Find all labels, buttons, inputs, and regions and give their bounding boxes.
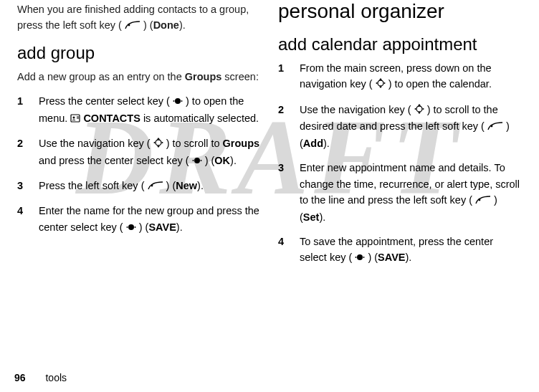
text: ). [197, 180, 204, 191]
right-steps: From the main screen, press down on the … [278, 60, 522, 267]
set-bold: Set [303, 211, 320, 223]
text: and press the center select key ( [39, 155, 189, 166]
svg-point-27 [422, 108, 424, 110]
svg-point-17 [128, 224, 134, 230]
new-bold: New [176, 180, 197, 191]
right-step-4: To save the appointment, press the cente… [278, 234, 522, 267]
svg-marker-11 [157, 138, 160, 140]
page-content: When you are finished adding contacts to… [0, 0, 539, 358]
svg-point-5 [73, 116, 75, 118]
intro-paragraph: When you are finished adding contacts to… [17, 1, 261, 34]
svg-marker-29 [418, 112, 421, 114]
svg-point-19 [134, 226, 135, 228]
text: Press the left soft key ( [39, 180, 144, 191]
text: ) ( [139, 221, 149, 233]
svg-point-25 [416, 106, 422, 112]
ok-bold: OK [214, 155, 230, 166]
center-select-icon [173, 94, 183, 110]
svg-point-13 [194, 158, 200, 163]
left-softkey-icon [125, 18, 140, 34]
right-step-1: From the main screen, press down on the … [278, 60, 522, 93]
svg-point-26 [414, 108, 416, 110]
text: ). [230, 155, 237, 166]
left-step-4: Enter the name for the new group and pre… [17, 203, 261, 236]
right-step-2: Use the navigation key ( ) to scroll to … [278, 102, 522, 151]
page-number: 96 [14, 372, 26, 383]
svg-point-2 [173, 100, 174, 102]
svg-marker-24 [379, 87, 382, 89]
left-steps: Press the center select key ( ) to open … [17, 93, 261, 236]
svg-point-32 [357, 254, 363, 260]
personal-organizer-title: personal organizer [278, 0, 522, 23]
center-select-icon [192, 153, 202, 169]
page-footer: 96 tools [14, 372, 67, 383]
intro-post: ) ( [143, 19, 153, 31]
svg-point-1 [175, 98, 181, 104]
text: Use the navigation key ( [39, 138, 151, 149]
text: ) ( [166, 180, 176, 191]
text: Use the navigation key ( [300, 104, 411, 115]
svg-point-10 [161, 142, 163, 143]
svg-point-0 [128, 24, 130, 27]
text: ) to scroll to [166, 138, 223, 149]
svg-point-8 [156, 140, 161, 145]
left-softkey-icon [148, 178, 163, 194]
contacts-bold: CONTACTS [83, 113, 140, 124]
left-step-2: Use the navigation key ( ) to scroll to … [17, 135, 261, 169]
text: ). [176, 221, 183, 233]
contacts-icon [70, 111, 80, 127]
subtext-post: screen: [221, 71, 259, 82]
add-bold: Add [303, 138, 323, 149]
text: ) ( [368, 252, 378, 263]
add-group-subtext: Add a new group as an entry on the Group… [17, 69, 261, 85]
svg-marker-12 [157, 146, 160, 148]
save-bold: SAVE [148, 221, 176, 233]
svg-point-21 [376, 82, 377, 84]
add-calendar-heading: add calendar appointment [278, 34, 522, 54]
svg-point-20 [378, 80, 383, 86]
left-step-1: Press the center select key ( ) to open … [17, 93, 261, 127]
text: is automatically selected. [143, 113, 259, 124]
right-step-3: Enter new appointment name and details. … [278, 160, 522, 225]
svg-point-18 [126, 226, 128, 228]
subtext-pre: Add a new group as an entry on the [17, 71, 185, 82]
svg-point-16 [151, 185, 153, 187]
svg-point-22 [383, 82, 385, 84]
svg-point-34 [363, 257, 365, 258]
groups-bold: Groups [185, 71, 222, 82]
svg-point-30 [491, 125, 493, 128]
left-step-3: Press the left soft key ( ) (New). [17, 178, 261, 194]
left-softkey-icon [487, 119, 503, 135]
save-bold: SAVE [378, 252, 405, 263]
center-select-icon [355, 250, 365, 266]
intro-end: ). [179, 19, 186, 31]
nav-key-icon [376, 77, 386, 92]
text: ) ( [205, 155, 215, 166]
text: Press the center select key ( [39, 95, 170, 107]
svg-point-14 [192, 160, 194, 161]
text: ) to open the calendar. [388, 78, 492, 90]
done-label: Done [153, 19, 179, 31]
svg-point-9 [153, 142, 155, 143]
groups-bold: Groups [223, 138, 260, 149]
left-column: When you are finished adding contacts to… [9, 0, 270, 358]
svg-point-33 [356, 257, 357, 258]
svg-point-31 [479, 199, 481, 201]
nav-key-icon [414, 102, 424, 118]
footer-section: tools [45, 372, 67, 383]
add-group-heading: add group [17, 43, 261, 63]
text: ). [323, 138, 330, 149]
svg-point-15 [200, 160, 201, 161]
left-softkey-icon [475, 193, 491, 209]
svg-point-3 [181, 100, 182, 102]
svg-marker-28 [418, 104, 421, 106]
center-select-icon [126, 220, 136, 236]
text: ). [319, 211, 325, 223]
right-column: personal organizer add calendar appointm… [270, 0, 530, 358]
text: ). [406, 252, 412, 263]
svg-marker-23 [379, 78, 382, 80]
nav-key-icon [153, 136, 163, 152]
